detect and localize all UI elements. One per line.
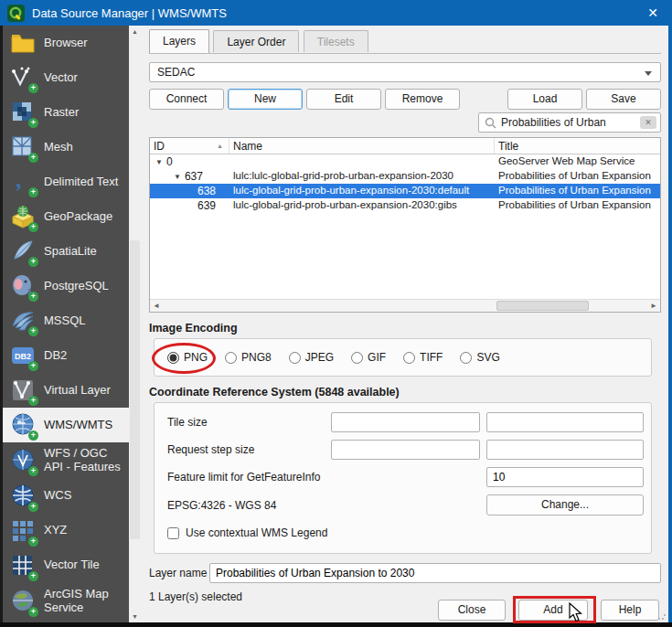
sidebar-item-mssql[interactable]: + MSSQL xyxy=(3,303,129,338)
scrollbar-thumb[interactable] xyxy=(130,240,140,539)
svg-text:DB2: DB2 xyxy=(15,352,31,361)
contextual-legend-label: Use contextual WMS Legend xyxy=(186,526,327,539)
sidebar-item-wcs[interactable]: + WCS xyxy=(3,479,129,514)
column-header-id[interactable]: ID ▲ xyxy=(150,138,229,154)
delimited-text-icon: , + xyxy=(10,169,36,195)
sidebar-item-wfs-ogc-api[interactable]: + WFS / OGC API - Features xyxy=(3,442,129,479)
expander-icon[interactable]: ▼ xyxy=(155,155,163,169)
help-button[interactable]: Help xyxy=(601,600,659,621)
feature-limit-field[interactable] xyxy=(486,467,644,487)
tile-height-field[interactable] xyxy=(486,412,644,432)
layer-name-field[interactable] xyxy=(209,563,661,583)
sidebar-item-wms-wmts[interactable]: + WMS/WMTS xyxy=(3,408,129,442)
window-border-bottom xyxy=(0,622,672,627)
sidebar-item-db2[interactable]: DB2 + DB2 xyxy=(3,338,129,373)
dialog-buttons: Close Add Help xyxy=(438,600,659,621)
tab-bar: Layers Layer Order Tilesets xyxy=(149,29,661,53)
search-input[interactable] xyxy=(501,116,640,129)
image-encoding-title: Image Encoding xyxy=(149,322,661,335)
spacer xyxy=(464,89,504,110)
scroll-right-icon[interactable]: ► xyxy=(647,300,660,312)
folder-icon xyxy=(10,30,36,56)
table-row[interactable]: 639 lulc-global-grid-prob-urban-expansio… xyxy=(150,198,660,213)
add-button[interactable]: Add xyxy=(518,600,588,621)
clear-search-icon[interactable]: ✕ xyxy=(640,116,656,129)
radio-png8[interactable]: PNG8 xyxy=(225,351,272,364)
source-type-sidebar: Browser + Vector + Raster + Mesh , xyxy=(3,26,129,622)
add-badge-icon: + xyxy=(28,118,38,128)
remove-button[interactable]: Remove xyxy=(385,89,460,110)
expander-icon[interactable]: ▼ xyxy=(174,170,181,184)
layers-table: ID ▲ Name Title ▼0 GeoServer Web Map Ser… xyxy=(149,137,661,313)
step-height-field[interactable] xyxy=(486,440,644,460)
table-row-selected[interactable]: 638 lulc-global-grid-prob-urban-expansio… xyxy=(150,184,660,198)
resize-grip[interactable] xyxy=(657,611,667,621)
tiff-radio-input[interactable] xyxy=(403,352,415,364)
sidebar-item-virtual-layer[interactable]: + Virtual Layer xyxy=(3,373,129,408)
table-row[interactable]: ▼637 lulc:lulc-global-grid-prob-urban-ex… xyxy=(150,169,660,184)
svg-radio-input[interactable] xyxy=(460,352,472,364)
sidebar-item-label: SpatiaLite xyxy=(44,245,101,259)
sidebar-scrollbar[interactable]: ▲ ▼ xyxy=(129,26,141,622)
png-radio-input[interactable] xyxy=(167,352,179,364)
column-header-name[interactable]: Name xyxy=(229,138,495,154)
sidebar-item-browser[interactable]: Browser xyxy=(3,26,129,60)
connect-button[interactable]: Connect xyxy=(149,89,224,110)
radio-gif[interactable]: GIF xyxy=(351,351,386,364)
sidebar-item-postgresql[interactable]: + PostgreSQL xyxy=(3,269,129,303)
step-width-field[interactable] xyxy=(331,440,480,460)
tab-layers[interactable]: Layers xyxy=(149,29,209,53)
legend-checkbox-row[interactable]: Use contextual WMS Legend xyxy=(167,526,644,540)
sidebar-item-raster[interactable]: + Raster xyxy=(3,95,129,130)
radio-tiff[interactable]: TIFF xyxy=(403,351,443,364)
radio-svg[interactable]: SVG xyxy=(460,351,499,364)
sidebar-item-label: Virtual Layer xyxy=(44,384,114,398)
sidebar-item-label: Vector xyxy=(44,71,81,85)
tile-width-field[interactable] xyxy=(331,412,480,432)
close-button[interactable]: Close xyxy=(438,600,506,621)
sidebar-item-vector-tile[interactable]: + Vector Tile xyxy=(3,548,129,583)
tab-pane-divider xyxy=(149,53,661,54)
arcgis-map-icon: + xyxy=(10,589,36,614)
sidebar-item-delimited-text[interactable]: , + Delimited Text xyxy=(3,165,129,199)
sidebar-item-label: WCS xyxy=(44,489,75,503)
jpeg-radio-input[interactable] xyxy=(289,352,301,364)
sidebar-item-label: Raster xyxy=(44,106,82,120)
svg-text:,: , xyxy=(16,169,22,193)
scroll-up-icon[interactable]: ▲ xyxy=(129,26,141,37)
connection-select[interactable]: SEDAC xyxy=(149,62,661,82)
sidebar-item-label: WMS/WMTS xyxy=(44,419,116,432)
sidebar-item-vector[interactable]: + Vector xyxy=(3,60,129,95)
search-box[interactable]: ✕ xyxy=(478,112,661,133)
wcs-globe-icon: + xyxy=(10,484,36,509)
raster-icon: + xyxy=(10,100,36,125)
sidebar-item-xyz[interactable]: + XYZ xyxy=(3,514,129,548)
sidebar-item-spatialite[interactable]: + SpatiaLite xyxy=(3,234,129,269)
layer-name-row: Layer name xyxy=(149,563,661,583)
sidebar-item-label: MSSQL xyxy=(44,314,90,328)
sidebar-item-geopackage[interactable]: + GeoPackage xyxy=(3,199,129,234)
radio-png[interactable]: PNG xyxy=(167,351,208,364)
scroll-left-icon[interactable]: ◄ xyxy=(150,300,163,312)
wms-globe-icon: + xyxy=(10,412,36,438)
edit-button[interactable]: Edit xyxy=(306,89,381,110)
scrollbar-thumb[interactable] xyxy=(496,301,588,311)
table-row[interactable]: ▼0 GeoServer Web Map Service xyxy=(150,154,660,169)
sidebar-item-arcgis-map-service[interactable]: + ArcGIS Map Service xyxy=(3,583,129,620)
column-header-title[interactable]: Title xyxy=(495,138,660,154)
horizontal-scrollbar[interactable]: ◄ ► xyxy=(150,299,660,312)
change-crs-button[interactable]: Change... xyxy=(486,494,644,515)
tab-layer-order[interactable]: Layer Order xyxy=(213,30,299,52)
gif-radio-input[interactable] xyxy=(351,352,363,364)
radio-jpeg[interactable]: JPEG xyxy=(289,351,334,364)
tile-size-row: Tile size xyxy=(167,412,644,432)
save-button[interactable]: Save xyxy=(586,89,661,110)
contextual-legend-checkbox[interactable] xyxy=(167,527,179,539)
crs-group: Tile size Request step size Feature limi… xyxy=(154,402,652,554)
scroll-down-icon[interactable]: ▼ xyxy=(129,611,141,622)
load-button[interactable]: Load xyxy=(507,89,582,110)
close-icon[interactable]: ✕ xyxy=(641,5,665,20)
sidebar-item-mesh[interactable]: + Mesh xyxy=(3,130,129,165)
new-button[interactable]: New xyxy=(228,89,303,110)
png8-radio-input[interactable] xyxy=(225,352,237,364)
